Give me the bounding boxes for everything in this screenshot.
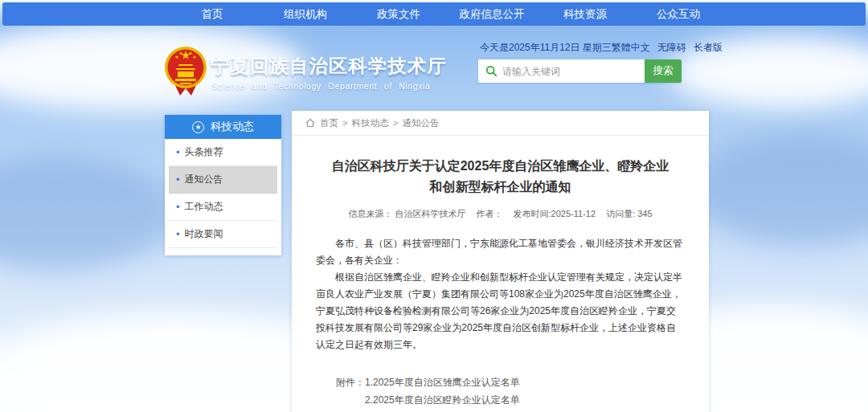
nav-item-gov-info[interactable]: 政府信息公开: [457, 7, 526, 22]
attachments-label: 附件：: [336, 373, 365, 412]
bullet-icon: •: [176, 147, 180, 157]
sidebar-tech-news: ★ 科技动态 • 头条推荐 • 通知公告 • 工作动态 • 时政要闻: [165, 115, 281, 255]
cloud-decoration: [0, 157, 177, 269]
star-compass-icon: ★: [192, 121, 204, 133]
site-subtitle-english: Science and Technology Department of Nin…: [211, 81, 430, 91]
nav-item-policy[interactable]: 政策文件: [364, 7, 433, 22]
article-paragraph: 根据自治区雏鹰企业、瞪羚企业和创新型标杆企业认定管理有关规定，决定认定半亩良人农…: [316, 269, 685, 353]
link-traditional-chinese[interactable]: 繁體中文: [612, 41, 650, 55]
breadcrumb-separator: >: [393, 118, 399, 128]
sidebar-item-headlines[interactable]: • 头条推荐: [169, 139, 277, 166]
meta-author: 作者：: [477, 209, 503, 218]
article-paragraph: 各市、县（区）科技管理部门，宁东能源化工基地管委会，银川经济技术开发区管委会，各…: [316, 235, 685, 269]
sidebar-item-label: 时政要闻: [185, 227, 223, 241]
nav-item-interaction[interactable]: 公众互动: [644, 7, 713, 22]
cloud-decoration: [691, 133, 868, 245]
search-input[interactable]: [502, 59, 645, 83]
bullet-icon: •: [176, 202, 180, 212]
quick-links: 繁體中文 无障碍 长者版: [612, 41, 723, 55]
sidebar-item-label: 通知公告: [185, 173, 223, 186]
meta-views: 访问量: 345: [606, 209, 652, 218]
main-content-panel: 首页 > 科技动态 > 通知公告 自治区科技厅关于认定2025年度自治区雏鹰企业…: [292, 111, 709, 412]
breadcrumb-tech-news[interactable]: 科技动态: [352, 117, 389, 129]
bullet-icon: •: [176, 229, 180, 239]
article-title-line1: 自治区科技厅关于认定2025年度自治区雏鹰企业、瞪羚企业: [316, 156, 685, 177]
sidebar-header: ★ 科技动态: [165, 115, 281, 139]
sidebar-item-current-politics[interactable]: • 时政要闻: [169, 221, 277, 248]
header-utility-bar: 今天是2025年11月12日 星期三 繁體中文 无障碍 长者版: [480, 41, 700, 55]
national-emblem-logo[interactable]: [164, 45, 207, 101]
link-senior-version[interactable]: 长者版: [694, 41, 723, 55]
nav-item-home[interactable]: 首页: [178, 7, 247, 22]
bullet-icon: •: [176, 174, 180, 185]
attachment-link-2[interactable]: 2.2025年度自治区瞪羚企业认定名单: [365, 391, 549, 409]
sidebar-item-label: 工作动态: [185, 200, 223, 214]
nav-item-resources[interactable]: 科技资源: [551, 7, 620, 22]
breadcrumb: 首页 > 科技动态 > 通知公告: [292, 111, 709, 136]
meta-publish-date: 发布时间:2025-11-12: [514, 209, 596, 218]
article-title: 自治区科技厅关于认定2025年度自治区雏鹰企业、瞪羚企业 和创新型标杆企业的通知: [316, 156, 685, 198]
attachments-list: 1.2025年度自治区雏鹰企业认定名单 2.2025年度自治区瞪羚企业认定名单 …: [365, 373, 549, 412]
breadcrumb-home[interactable]: 首页: [320, 117, 338, 129]
article-meta: 信息来源： 自治区科学技术厅 作者： 发布时间:2025-11-12 访问量: …: [316, 208, 685, 220]
nav-item-org[interactable]: 组织机构: [271, 7, 340, 22]
attachment-link-1[interactable]: 1.2025年度自治区雏鹰企业认定名单: [365, 373, 549, 391]
attachments-section: 附件： 1.2025年度自治区雏鹰企业认定名单 2.2025年度自治区瞪羚企业认…: [316, 373, 685, 412]
sidebar-item-label: 头条推荐: [185, 145, 223, 159]
article-title-line2: 和创新型标杆企业的通知: [316, 177, 685, 198]
search-button[interactable]: 搜索: [645, 59, 682, 83]
home-icon: [305, 118, 315, 128]
link-accessibility[interactable]: 无障碍: [657, 41, 686, 55]
top-navigation: 首页 组织机构 政策文件 政府信息公开 科技资源 公众互动: [2, 2, 866, 26]
breadcrumb-notices: 通知公告: [402, 117, 439, 129]
national-emblem-icon: [164, 45, 207, 98]
attachment-link-3[interactable]: 3.2025年度自治区创新型标杆企业认定名单: [365, 409, 549, 412]
breadcrumb-separator: >: [342, 118, 348, 128]
sidebar-title: 科技动态: [211, 120, 254, 134]
sidebar-item-notices[interactable]: • 通知公告: [169, 166, 277, 194]
search-bar: 搜索: [478, 59, 682, 83]
meta-source: 信息来源： 自治区科学技术厅: [348, 209, 465, 218]
site-title: 宁夏回族自治区科学技术厅: [211, 54, 447, 79]
current-date: 今天是2025年11月12日 星期三: [480, 41, 612, 55]
sidebar-item-work-updates[interactable]: • 工作动态: [169, 194, 277, 221]
search-icon: [485, 65, 497, 77]
article: 自治区科技厅关于认定2025年度自治区雏鹰企业、瞪羚企业 和创新型标杆企业的通知…: [292, 156, 709, 412]
article-body: 各市、县（区）科技管理部门，宁东能源化工基地管委会，银川经济技术开发区管委会，各…: [316, 235, 685, 353]
